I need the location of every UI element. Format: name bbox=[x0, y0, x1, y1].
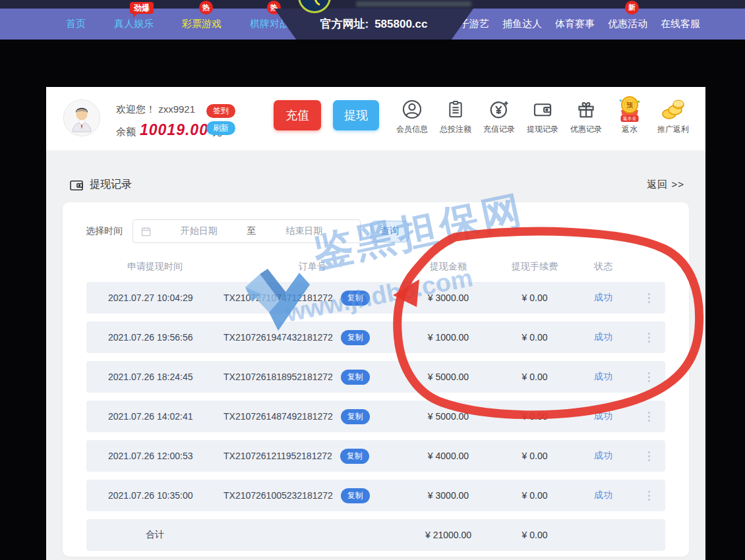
copy-button[interactable]: 复制 bbox=[341, 370, 370, 385]
shortcut-label: 优惠记录 bbox=[570, 124, 602, 135]
nav-item-customer-service[interactable]: 在线客服 bbox=[661, 18, 700, 30]
copy-button[interactable]: 复制 bbox=[341, 488, 370, 503]
balance-label: 余额 bbox=[116, 126, 136, 138]
clipboard-icon bbox=[445, 96, 466, 121]
row-actions-button[interactable] bbox=[632, 412, 665, 422]
shortcut-referral-rebate[interactable]: 推广返利 bbox=[651, 96, 695, 135]
cell-time: 2021.07.26 18:24:45 bbox=[86, 372, 224, 382]
order-number: TX2107261487492181272 bbox=[224, 411, 333, 422]
nav-item-sports[interactable]: 体育赛事 bbox=[555, 18, 595, 30]
nav-item-promotions[interactable]: 优惠活动 新 bbox=[608, 18, 647, 30]
shortcut-total-bets[interactable]: 总投注额 bbox=[434, 96, 477, 135]
status-badge: 成功 bbox=[574, 410, 632, 422]
cell-time: 2021.07.26 19:56:56 bbox=[86, 332, 224, 343]
nav-item-fishing[interactable]: 捕鱼达人 bbox=[502, 18, 542, 30]
total-fee: ¥ 0.00 bbox=[495, 530, 574, 540]
cell-order: TX2107261818952181272 复制 bbox=[224, 370, 402, 385]
copy-button[interactable]: 复制 bbox=[341, 330, 370, 345]
nav-item-home[interactable]: 首页 bbox=[66, 18, 86, 30]
copy-button[interactable]: 复制 bbox=[341, 409, 370, 424]
row-actions-button[interactable] bbox=[632, 372, 665, 382]
shortcut-deposit-records[interactable]: 充值记录 bbox=[477, 96, 521, 135]
sign-in-button[interactable]: 签到 bbox=[206, 104, 235, 118]
cell-amount: ¥ 5000.00 bbox=[402, 372, 495, 382]
withdraw-button[interactable]: 提现 bbox=[333, 100, 379, 130]
cell-fee: ¥ 0.00 bbox=[495, 411, 574, 422]
rebate-coin-icon: 预 返水金 bbox=[618, 96, 641, 121]
wallet-icon bbox=[69, 179, 84, 191]
username: zxx9921 bbox=[158, 103, 195, 115]
table-row: 2021.07.26 18:24:45 TX210726181895218127… bbox=[86, 361, 665, 393]
cell-fee: ¥ 0.00 bbox=[495, 332, 574, 343]
col-header-fee: 提现手续费 bbox=[495, 261, 574, 273]
cell-amount: ¥ 4000.00 bbox=[402, 451, 495, 461]
cell-amount: ¥ 1000.00 bbox=[402, 332, 495, 343]
page-content: 欢迎您！ zxx9921 余额 10019.00 元 签到 刷新 充值 提现 会… bbox=[46, 87, 705, 560]
order-number: TX2107261211952181272 bbox=[224, 451, 332, 461]
shortcut-label: 充值记录 bbox=[483, 124, 515, 135]
nav-item-label: 彩票游戏 bbox=[182, 18, 222, 29]
cell-amount: ¥ 3000.00 bbox=[402, 490, 495, 501]
shortcut-label: 会员信息 bbox=[396, 124, 428, 135]
col-header-time: 申请提现时间 bbox=[86, 261, 224, 273]
copy-button[interactable]: 复制 bbox=[340, 449, 369, 464]
new-circle-badge: 新 bbox=[625, 1, 639, 14]
section-title: 提现记录 bbox=[90, 178, 132, 192]
nav-item-live-casino[interactable]: 真人娱乐 劲爆 bbox=[114, 18, 154, 30]
cell-fee: ¥ 0.00 bbox=[495, 372, 574, 382]
main-nav: 官方网址: 585800.cc 首页 真人娱乐 劲爆 彩票游戏 热 棋牌对战 热… bbox=[0, 9, 745, 40]
copy-button[interactable]: 复制 bbox=[341, 291, 370, 306]
shortcut-rebate[interactable]: 预 返水金 返水 bbox=[608, 96, 651, 135]
deposit-button[interactable]: 充值 bbox=[274, 100, 321, 130]
official-url-label: 官方网址: bbox=[320, 16, 369, 32]
avatar bbox=[63, 99, 100, 136]
table-row: 2021.07.26 14:02:41 TX210726148749218127… bbox=[86, 401, 665, 432]
shortcut-label: 返水 bbox=[622, 124, 638, 135]
nav-item-label: 优惠活动 bbox=[608, 18, 647, 29]
hot-circle-badge: 热 bbox=[199, 1, 213, 14]
cell-fee: ¥ 0.00 bbox=[495, 451, 574, 461]
official-url-panel: 官方网址: 585800.cc bbox=[274, 9, 473, 40]
shortcut-withdraw-records[interactable]: 提现记录 bbox=[521, 96, 564, 135]
total-row: 合计 ¥ 21000.00 ¥ 0.00 bbox=[86, 519, 665, 551]
records-section: 提现记录 返回 >> 选择时间 开始日期 至 结束日期 查询 bbox=[46, 150, 705, 560]
col-header-order: 订单号 bbox=[224, 261, 402, 273]
official-url-value: 585800.cc bbox=[374, 18, 427, 31]
shortcut-label: 总投注额 bbox=[440, 124, 471, 135]
row-actions-button[interactable] bbox=[632, 293, 665, 303]
nav-item-label: 真人娱乐 bbox=[114, 18, 154, 29]
withdraw-table: 申请提现时间 订单号 提现金额 提现手续费 状态 2021.07.27 10:0… bbox=[63, 243, 689, 551]
gift-icon bbox=[575, 96, 597, 121]
back-link[interactable]: 返回 >> bbox=[647, 179, 684, 191]
order-number: TX2107271074712181272 bbox=[224, 293, 333, 303]
welcome-text: 欢迎您！ bbox=[116, 103, 156, 115]
nav-left-menu: 首页 真人娱乐 劲爆 彩票游戏 热 棋牌对战 热 bbox=[66, 9, 289, 40]
shortcut-promo-records[interactable]: 优惠记录 bbox=[564, 96, 608, 135]
wallet-icon bbox=[531, 96, 554, 121]
member-shortcuts: 会员信息 总投注额 充值记录 bbox=[390, 96, 695, 135]
yen-plus-icon bbox=[488, 96, 510, 121]
cell-fee: ¥ 0.00 bbox=[495, 490, 574, 501]
row-actions-button[interactable] bbox=[632, 333, 665, 343]
shortcut-label: 提现记录 bbox=[527, 124, 558, 135]
order-number: TX2107261818952181272 bbox=[224, 372, 333, 382]
cell-order: TX2107261487492181272 复制 bbox=[224, 409, 402, 424]
rebate-tag: 返水金 bbox=[621, 115, 639, 122]
shortcut-member-info[interactable]: 会员信息 bbox=[390, 96, 434, 135]
row-actions-button[interactable] bbox=[632, 491, 665, 501]
status-badge: 成功 bbox=[574, 450, 632, 462]
total-label: 合计 bbox=[86, 529, 224, 541]
refresh-balance-button[interactable]: 刷新 bbox=[206, 121, 235, 135]
table-row: 2021.07.26 12:00:53 TX210726121195218127… bbox=[86, 440, 665, 472]
shortcut-label: 推广返利 bbox=[657, 124, 689, 135]
status-badge: 成功 bbox=[574, 490, 632, 501]
top-banner-blurred-text bbox=[356, 1, 471, 7]
row-actions-button[interactable] bbox=[632, 451, 665, 461]
rebate-coin-char: 预 bbox=[626, 101, 634, 109]
nav-right-menu: 电子游艺 捕鱼达人 体育赛事 优惠活动 新 在线客服 bbox=[450, 9, 700, 40]
search-button[interactable]: 查询 bbox=[371, 221, 409, 242]
nav-item-lottery[interactable]: 彩票游戏 热 bbox=[182, 18, 222, 30]
order-number: TX2107261947432181272 bbox=[224, 332, 333, 343]
date-range-input[interactable]: 开始日期 至 结束日期 bbox=[133, 219, 361, 243]
table-body: 2021.07.27 10:04:29 TX210727107471218127… bbox=[86, 282, 665, 511]
